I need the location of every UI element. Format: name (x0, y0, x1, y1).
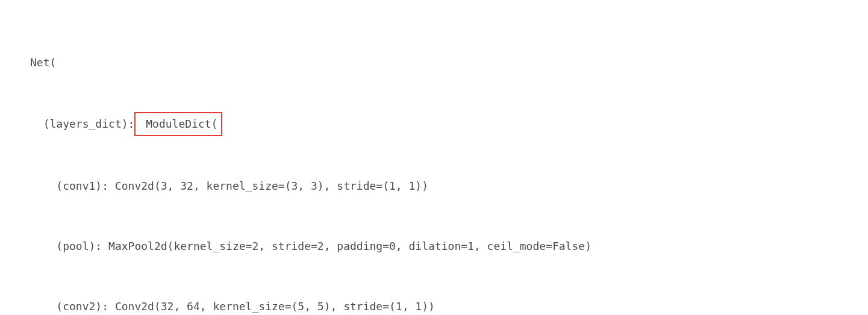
code-line: (conv2): Conv2d(32, 64, kernel_size=(5, … (30, 296, 868, 315)
code-output: Net( (layers_dict): ModuleDict( (conv1):… (30, 12, 868, 315)
code-line: (conv1): Conv2d(3, 32, kernel_size=(3, 3… (30, 176, 868, 196)
code-line: (layers_dict): ModuleDict( (30, 112, 868, 136)
code-text: (layers_dict): (43, 117, 135, 130)
code-line: (pool): MaxPool2d(kernel_size=2, stride=… (30, 236, 868, 256)
code-line: Net( (30, 52, 868, 72)
highlight-annotation: ModuleDict( (134, 112, 222, 136)
